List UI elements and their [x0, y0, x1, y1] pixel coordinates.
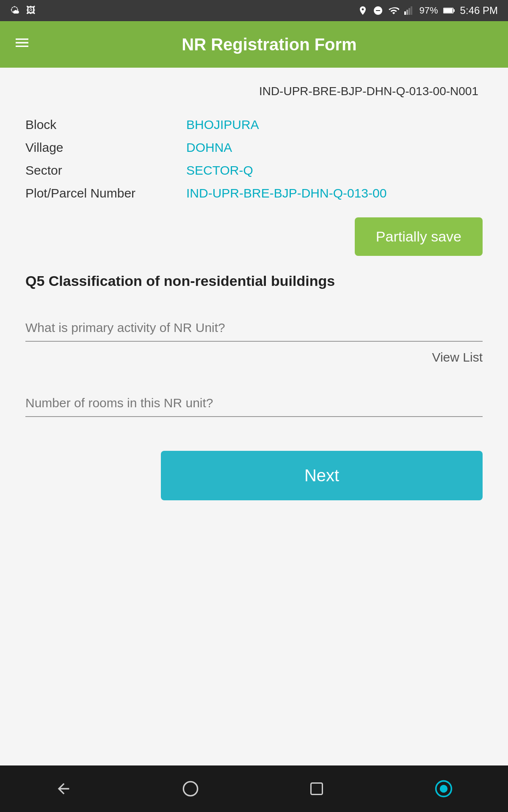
- status-icons-right: 97% 5:46 PM: [358, 5, 498, 16]
- view-list-container: View List: [25, 350, 483, 365]
- svg-rect-3: [411, 6, 412, 15]
- sector-label: Sector: [25, 163, 186, 178]
- main-content: IND-UPR-BRE-BJP-DHN-Q-013-00-N001 Block …: [0, 68, 508, 765]
- next-button[interactable]: Next: [161, 451, 483, 500]
- status-icons-left: 🌤 🖼: [10, 5, 36, 16]
- info-row-sector: Sector SECTOR-Q: [25, 159, 483, 182]
- num-rooms-input[interactable]: [25, 390, 483, 417]
- image-icon: 🖼: [26, 5, 36, 16]
- primary-activity-input[interactable]: [25, 315, 483, 342]
- signal-icon: [404, 5, 414, 16]
- svg-rect-0: [404, 11, 406, 15]
- svg-point-7: [183, 782, 197, 796]
- svg-rect-2: [409, 8, 410, 15]
- status-time: 5:46 PM: [460, 5, 498, 16]
- nav-bar: [0, 765, 508, 812]
- recent-apps-button[interactable]: [309, 781, 324, 796]
- battery-percentage: 97%: [420, 5, 438, 16]
- menu-icon[interactable]: [14, 34, 30, 55]
- next-button-container: Next: [25, 451, 483, 500]
- village-value: DOHNA: [186, 140, 232, 155]
- num-rooms-field: [25, 390, 483, 417]
- home-button[interactable]: [182, 780, 199, 797]
- back-button[interactable]: [55, 780, 72, 797]
- svg-point-10: [440, 785, 447, 793]
- info-row-village: Village DOHNA: [25, 136, 483, 159]
- plot-label: Plot/Parcel Number: [25, 186, 186, 200]
- weather-icon: 🌤: [10, 5, 19, 16]
- info-row-block: Block BHOJIPURA: [25, 113, 483, 136]
- svg-rect-5: [444, 8, 453, 13]
- svg-rect-6: [453, 9, 455, 12]
- assistant-button[interactable]: [434, 779, 453, 798]
- village-label: Village: [25, 140, 186, 155]
- battery-icon: [443, 7, 455, 14]
- block-value: BHOJIPURA: [186, 118, 259, 132]
- view-list-link[interactable]: View List: [432, 350, 483, 365]
- minus-circle-icon: [373, 5, 383, 16]
- svg-rect-1: [406, 10, 408, 15]
- partially-save-button[interactable]: Partially save: [355, 217, 483, 256]
- sector-value: SECTOR-Q: [186, 163, 253, 178]
- block-label: Block: [25, 118, 186, 132]
- location-icon: [358, 5, 368, 16]
- plot-value: IND-UPR-BRE-BJP-DHN-Q-013-00: [186, 186, 387, 200]
- status-bar: 🌤 🖼 97% 5:46 PM: [0, 0, 508, 21]
- primary-activity-field: View List: [25, 315, 483, 365]
- partially-save-container: Partially save: [25, 217, 483, 256]
- app-bar: NR Registration Form: [0, 21, 508, 68]
- wifi-icon: [388, 5, 399, 16]
- record-id: IND-UPR-BRE-BJP-DHN-Q-013-00-N001: [25, 85, 483, 98]
- app-title: NR Registration Form: [44, 35, 494, 54]
- svg-rect-8: [311, 783, 323, 795]
- info-row-plot: Plot/Parcel Number IND-UPR-BRE-BJP-DHN-Q…: [25, 182, 483, 205]
- info-table: Block BHOJIPURA Village DOHNA Sector SEC…: [25, 113, 483, 205]
- section-title: Q5 Classification of non-residential bui…: [25, 273, 483, 289]
